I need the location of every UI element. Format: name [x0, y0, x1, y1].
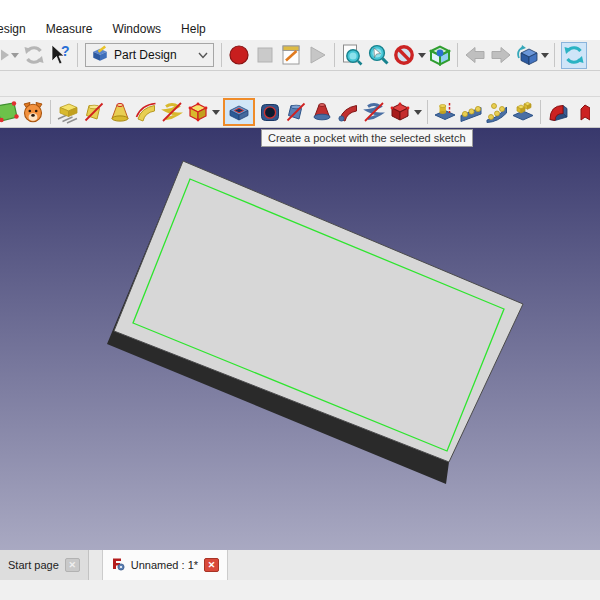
whats-this-icon[interactable]: ?: [48, 42, 72, 68]
document-tab-bar: Start page ✕ Unnamed : 1* ✕: [0, 550, 600, 580]
subtractive-helix-icon[interactable]: [362, 99, 386, 125]
macro-record-icon[interactable]: [227, 42, 251, 68]
hole-icon[interactable]: [258, 99, 282, 125]
macro-edit-icon[interactable]: [279, 42, 303, 68]
freecad-logo-icon: [111, 557, 125, 573]
toolbar-separator: [554, 43, 555, 67]
subtractive-pipe-icon[interactable]: [336, 99, 360, 125]
toolbar-separator: [221, 43, 222, 67]
additive-loft-icon[interactable]: [108, 99, 132, 125]
dropdown-caret-icon[interactable]: [417, 42, 427, 68]
close-icon[interactable]: ✕: [204, 558, 219, 572]
close-icon[interactable]: ✕: [65, 558, 80, 572]
subtractive-box-icon[interactable]: [388, 99, 412, 125]
toolbar-part-design: [0, 97, 600, 128]
chamfer-icon[interactable]: [571, 99, 590, 125]
pad-icon[interactable]: [56, 99, 80, 125]
toolbar-separator: [334, 43, 335, 67]
workbench-box-pencil-icon: [91, 45, 109, 66]
toolbar-separator: [50, 100, 51, 124]
pad-model: [0, 128, 600, 550]
dropdown-caret-icon[interactable]: [211, 99, 221, 125]
workbench-selector[interactable]: Part Design: [85, 43, 214, 67]
toolbar-separator: [77, 43, 78, 67]
mirrored-icon[interactable]: [433, 99, 457, 125]
shape-face-icon[interactable]: [0, 99, 19, 125]
menu-bar: esign Measure Windows Help: [0, 18, 600, 40]
workbench-selector-value: Part Design: [114, 48, 193, 62]
viewport-cube-icon[interactable]: [428, 42, 452, 68]
draw-style-icon[interactable]: [392, 42, 416, 68]
nav-back-icon[interactable]: [463, 42, 487, 68]
3d-viewport[interactable]: [0, 128, 600, 550]
menu-item-help[interactable]: Help: [171, 20, 216, 38]
toolbar-primary: ? Part Design: [0, 40, 600, 71]
menu-item-design[interactable]: esign: [0, 20, 36, 38]
fit-selection-icon[interactable]: [366, 42, 390, 68]
toolbar-separator: [457, 43, 458, 67]
menu-item-measure[interactable]: Measure: [36, 20, 103, 38]
dropdown-caret-icon[interactable]: [540, 42, 550, 68]
pocket-icon[interactable]: [223, 98, 255, 126]
additive-pipe-icon[interactable]: [134, 99, 158, 125]
axonometric-view-icon[interactable]: [515, 42, 539, 68]
fillet-icon[interactable]: [546, 99, 570, 125]
tab-start-page[interactable]: Start page ✕: [0, 550, 89, 580]
groove-icon[interactable]: [284, 99, 308, 125]
cut-off-nav-dropdown-icon[interactable]: [1, 42, 20, 68]
svg-text:?: ?: [61, 43, 70, 59]
additive-helix-icon[interactable]: [160, 99, 184, 125]
toolbar-separator: [427, 100, 428, 124]
refresh-icon[interactable]: [22, 42, 46, 68]
shapebinder-dog-icon[interactable]: [21, 99, 45, 125]
nav-forward-icon[interactable]: [489, 42, 513, 68]
tab-unnamed-document-label: Unnamed : 1*: [131, 559, 198, 571]
sync-view-icon[interactable]: [561, 42, 587, 69]
menu-item-windows[interactable]: Windows: [102, 20, 171, 38]
toolbar-separator: [540, 100, 541, 124]
empty-toolbar-band: [0, 71, 600, 97]
multitransform-icon[interactable]: [511, 99, 535, 125]
fit-all-icon[interactable]: [340, 42, 364, 68]
tooltip: Create a pocket with the selected sketch: [261, 129, 473, 147]
chevron-down-icon: [198, 48, 208, 62]
tab-unnamed-document[interactable]: Unnamed : 1* ✕: [102, 550, 228, 580]
title-bar: [0, 0, 600, 18]
polar-pattern-icon[interactable]: [485, 99, 509, 125]
dropdown-caret-icon[interactable]: [413, 99, 423, 125]
status-bar: [0, 580, 600, 600]
revolution-icon[interactable]: [82, 99, 106, 125]
subtractive-loft-icon[interactable]: [310, 99, 334, 125]
additive-box-icon[interactable]: [186, 99, 210, 125]
macro-stop-icon[interactable]: [253, 42, 277, 68]
linear-pattern-icon[interactable]: [459, 99, 483, 125]
macro-play-icon[interactable]: [305, 42, 329, 68]
tab-start-page-label: Start page: [8, 559, 59, 571]
